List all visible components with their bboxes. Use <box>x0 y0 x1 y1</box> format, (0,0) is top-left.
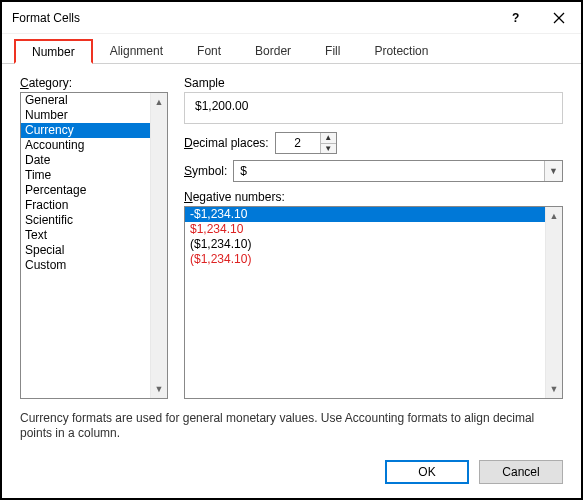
dialog-body: Category: GeneralNumberCurrencyAccountin… <box>2 64 581 405</box>
symbol-dropdown[interactable]: $ ▼ <box>233 160 563 182</box>
tab-protection[interactable]: Protection <box>357 39 445 64</box>
list-item[interactable]: Time <box>21 168 150 183</box>
svg-text:?: ? <box>512 12 519 24</box>
category-column: Category: GeneralNumberCurrencyAccountin… <box>20 76 168 399</box>
close-button[interactable] <box>537 3 581 33</box>
chevron-down-icon[interactable]: ▼ <box>544 161 562 181</box>
tab-number[interactable]: Number <box>14 39 93 64</box>
sample-label: Sample <box>184 76 563 90</box>
list-item[interactable]: $1,234.10 <box>185 222 545 237</box>
cancel-button[interactable]: Cancel <box>479 460 563 484</box>
tab-alignment[interactable]: Alignment <box>93 39 180 64</box>
scroll-down-icon[interactable]: ▼ <box>151 381 167 398</box>
list-item[interactable]: Custom <box>21 258 150 273</box>
sample-value: $1,200.00 <box>195 99 248 113</box>
list-item[interactable]: Number <box>21 108 150 123</box>
help-button[interactable]: ? <box>493 3 537 33</box>
titlebar: Format Cells ? <box>2 2 581 34</box>
dialog-footer: OK Cancel <box>2 452 581 498</box>
tab-strip: NumberAlignmentFontBorderFillProtection <box>2 38 581 64</box>
spinner-down-icon[interactable]: ▼ <box>321 144 336 154</box>
list-item[interactable]: Accounting <box>21 138 150 153</box>
tab-border[interactable]: Border <box>238 39 308 64</box>
decimal-places-label: Decimal places: <box>184 136 269 150</box>
decimal-places-spinner[interactable]: ▲ ▼ <box>275 132 337 154</box>
list-item[interactable]: Scientific <box>21 213 150 228</box>
symbol-label: Symbol: <box>184 164 227 178</box>
scrollbar[interactable]: ▲ ▼ <box>150 93 167 398</box>
ok-button[interactable]: OK <box>385 460 469 484</box>
sample-box: $1,200.00 <box>184 92 563 124</box>
list-item[interactable]: Special <box>21 243 150 258</box>
list-item[interactable]: Text <box>21 228 150 243</box>
description-text: Currency formats are used for general mo… <box>2 405 581 452</box>
list-item[interactable]: Fraction <box>21 198 150 213</box>
negative-numbers-label: Negative numbers: <box>184 190 563 204</box>
scroll-down-icon[interactable]: ▼ <box>546 381 562 398</box>
list-item[interactable]: ($1,234.10) <box>185 252 545 267</box>
scroll-up-icon[interactable]: ▲ <box>151 93 167 110</box>
decimal-places-input[interactable] <box>276 133 320 153</box>
list-item[interactable]: -$1,234.10 <box>185 207 545 222</box>
symbol-value: $ <box>234 164 544 178</box>
list-item[interactable]: Currency <box>21 123 150 138</box>
negative-numbers-listbox[interactable]: -$1,234.10$1,234.10($1,234.10)($1,234.10… <box>184 206 563 399</box>
decimal-row: Decimal places: ▲ ▼ <box>184 132 563 154</box>
list-item[interactable]: Date <box>21 153 150 168</box>
format-cells-dialog: Format Cells ? NumberAlignmentFontBorder… <box>0 0 583 500</box>
list-item[interactable]: ($1,234.10) <box>185 237 545 252</box>
list-item[interactable]: General <box>21 93 150 108</box>
settings-column: Sample $1,200.00 Decimal places: ▲ ▼ Sym… <box>184 76 563 399</box>
list-item[interactable]: Percentage <box>21 183 150 198</box>
scrollbar[interactable]: ▲ ▼ <box>545 207 562 398</box>
category-label: Category: <box>20 76 168 90</box>
category-listbox[interactable]: GeneralNumberCurrencyAccountingDateTimeP… <box>20 92 168 399</box>
scroll-up-icon[interactable]: ▲ <box>546 207 562 224</box>
symbol-row: Symbol: $ ▼ <box>184 160 563 182</box>
dialog-title: Format Cells <box>12 11 493 25</box>
tab-fill[interactable]: Fill <box>308 39 357 64</box>
tab-font[interactable]: Font <box>180 39 238 64</box>
spinner-up-icon[interactable]: ▲ <box>321 133 336 144</box>
